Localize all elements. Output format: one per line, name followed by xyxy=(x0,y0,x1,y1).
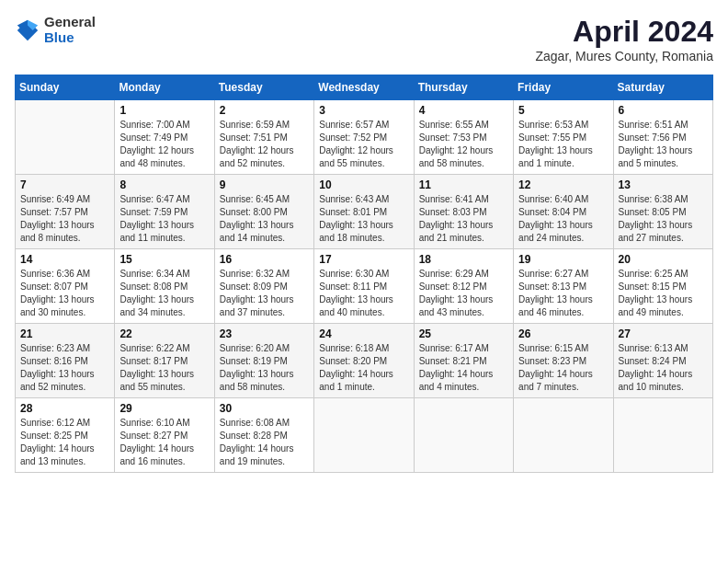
calendar-cell: 1Sunrise: 7:00 AM Sunset: 7:49 PM Daylig… xyxy=(115,100,214,175)
calendar-table: Sunday Monday Tuesday Wednesday Thursday… xyxy=(15,75,713,473)
day-number: 23 xyxy=(220,327,309,340)
header-wednesday: Wednesday xyxy=(314,75,414,100)
calendar-cell: 10Sunrise: 6:43 AM Sunset: 8:01 PM Dayli… xyxy=(314,175,414,249)
header-thursday: Thursday xyxy=(414,75,513,100)
calendar-cell xyxy=(314,398,414,473)
calendar-week-row: 1Sunrise: 7:00 AM Sunset: 7:49 PM Daylig… xyxy=(16,100,713,175)
calendar-week-row: 7Sunrise: 6:49 AM Sunset: 7:57 PM Daylig… xyxy=(16,175,713,249)
calendar-cell: 23Sunrise: 6:20 AM Sunset: 8:19 PM Dayli… xyxy=(214,324,313,398)
day-info: Sunrise: 6:38 AM Sunset: 8:05 PM Dayligh… xyxy=(619,193,708,245)
day-number: 20 xyxy=(619,253,708,266)
header-saturday: Saturday xyxy=(613,75,712,100)
calendar-cell xyxy=(514,398,613,473)
calendar-cell: 17Sunrise: 6:30 AM Sunset: 8:11 PM Dayli… xyxy=(314,249,414,324)
calendar-cell: 2Sunrise: 6:59 AM Sunset: 7:51 PM Daylig… xyxy=(214,100,313,175)
day-info: Sunrise: 6:59 AM Sunset: 7:51 PM Dayligh… xyxy=(220,119,309,170)
day-info: Sunrise: 6:49 AM Sunset: 7:57 PM Dayligh… xyxy=(20,193,109,245)
day-number: 11 xyxy=(419,178,508,191)
calendar-cell: 20Sunrise: 6:25 AM Sunset: 8:15 PM Dayli… xyxy=(613,249,712,324)
day-info: Sunrise: 6:27 AM Sunset: 8:13 PM Dayligh… xyxy=(518,268,608,319)
calendar-cell: 25Sunrise: 6:17 AM Sunset: 8:21 PM Dayli… xyxy=(414,324,513,398)
calendar-cell xyxy=(16,100,115,175)
calendar-cell: 22Sunrise: 6:22 AM Sunset: 8:17 PM Dayli… xyxy=(115,324,214,398)
day-info: Sunrise: 6:55 AM Sunset: 7:53 PM Dayligh… xyxy=(419,119,508,170)
day-info: Sunrise: 6:40 AM Sunset: 8:04 PM Dayligh… xyxy=(518,193,608,245)
header-friday: Friday xyxy=(514,75,613,100)
calendar-cell: 14Sunrise: 6:36 AM Sunset: 8:07 PM Dayli… xyxy=(16,249,115,324)
calendar-cell: 13Sunrise: 6:38 AM Sunset: 8:05 PM Dayli… xyxy=(613,175,712,249)
day-info: Sunrise: 6:23 AM Sunset: 8:16 PM Dayligh… xyxy=(20,342,109,394)
calendar-cell: 8Sunrise: 6:47 AM Sunset: 7:59 PM Daylig… xyxy=(115,175,214,249)
day-info: Sunrise: 6:10 AM Sunset: 8:27 PM Dayligh… xyxy=(119,417,209,468)
day-number: 22 xyxy=(119,327,209,340)
logo-blue: Blue xyxy=(44,30,96,46)
day-number: 9 xyxy=(220,178,309,191)
day-number: 1 xyxy=(119,104,209,117)
calendar-cell: 9Sunrise: 6:45 AM Sunset: 8:00 PM Daylig… xyxy=(214,175,313,249)
day-number: 10 xyxy=(319,178,408,191)
calendar-header-row: Sunday Monday Tuesday Wednesday Thursday… xyxy=(16,75,713,100)
calendar-cell: 19Sunrise: 6:27 AM Sunset: 8:13 PM Dayli… xyxy=(514,249,613,324)
day-info: Sunrise: 6:20 AM Sunset: 8:19 PM Dayligh… xyxy=(220,342,309,394)
day-number: 2 xyxy=(220,104,309,117)
logo-text: General Blue xyxy=(44,15,96,45)
day-number: 4 xyxy=(419,104,508,117)
calendar-cell: 6Sunrise: 6:51 AM Sunset: 7:56 PM Daylig… xyxy=(613,100,712,175)
calendar-cell: 7Sunrise: 6:49 AM Sunset: 7:57 PM Daylig… xyxy=(16,175,115,249)
day-info: Sunrise: 6:29 AM Sunset: 8:12 PM Dayligh… xyxy=(419,268,508,319)
day-info: Sunrise: 6:13 AM Sunset: 8:24 PM Dayligh… xyxy=(619,342,708,394)
day-info: Sunrise: 6:34 AM Sunset: 8:08 PM Dayligh… xyxy=(119,268,209,319)
calendar-cell: 4Sunrise: 6:55 AM Sunset: 7:53 PM Daylig… xyxy=(414,100,513,175)
calendar-cell: 26Sunrise: 6:15 AM Sunset: 8:23 PM Dayli… xyxy=(514,324,613,398)
day-info: Sunrise: 7:00 AM Sunset: 7:49 PM Dayligh… xyxy=(119,119,209,170)
day-number: 15 xyxy=(119,253,209,266)
day-number: 24 xyxy=(319,327,408,340)
day-number: 30 xyxy=(220,402,309,415)
day-info: Sunrise: 6:18 AM Sunset: 8:20 PM Dayligh… xyxy=(319,342,408,394)
day-info: Sunrise: 6:53 AM Sunset: 7:55 PM Dayligh… xyxy=(518,119,608,170)
day-number: 27 xyxy=(619,327,708,340)
day-info: Sunrise: 6:30 AM Sunset: 8:11 PM Dayligh… xyxy=(319,268,408,319)
calendar-cell xyxy=(613,398,712,473)
day-number: 16 xyxy=(220,253,309,266)
day-info: Sunrise: 6:47 AM Sunset: 7:59 PM Dayligh… xyxy=(119,193,209,245)
day-info: Sunrise: 6:41 AM Sunset: 8:03 PM Dayligh… xyxy=(419,193,508,245)
logo: General Blue xyxy=(15,15,96,45)
day-number: 14 xyxy=(20,253,109,266)
day-number: 6 xyxy=(619,104,708,117)
day-number: 17 xyxy=(319,253,408,266)
day-number: 7 xyxy=(20,178,109,191)
day-number: 5 xyxy=(518,104,608,117)
header-monday: Monday xyxy=(115,75,214,100)
calendar-cell: 18Sunrise: 6:29 AM Sunset: 8:12 PM Dayli… xyxy=(414,249,513,324)
calendar-cell: 27Sunrise: 6:13 AM Sunset: 8:24 PM Dayli… xyxy=(613,324,712,398)
day-info: Sunrise: 6:15 AM Sunset: 8:23 PM Dayligh… xyxy=(518,342,608,394)
page-header: General Blue April 2024 Zagar, Mures Cou… xyxy=(15,15,713,63)
calendar-cell: 21Sunrise: 6:23 AM Sunset: 8:16 PM Dayli… xyxy=(16,324,115,398)
calendar-cell: 12Sunrise: 6:40 AM Sunset: 8:04 PM Dayli… xyxy=(514,175,613,249)
calendar-cell: 28Sunrise: 6:12 AM Sunset: 8:25 PM Dayli… xyxy=(16,398,115,473)
day-info: Sunrise: 6:51 AM Sunset: 7:56 PM Dayligh… xyxy=(619,119,708,170)
day-number: 28 xyxy=(20,402,109,415)
calendar-cell: 3Sunrise: 6:57 AM Sunset: 7:52 PM Daylig… xyxy=(314,100,414,175)
day-number: 25 xyxy=(419,327,508,340)
day-info: Sunrise: 6:36 AM Sunset: 8:07 PM Dayligh… xyxy=(20,268,109,319)
day-info: Sunrise: 6:57 AM Sunset: 7:52 PM Dayligh… xyxy=(319,119,408,170)
day-number: 13 xyxy=(619,178,708,191)
day-number: 12 xyxy=(518,178,608,191)
day-info: Sunrise: 6:17 AM Sunset: 8:21 PM Dayligh… xyxy=(419,342,508,394)
month-title: April 2024 xyxy=(536,15,714,49)
day-info: Sunrise: 6:45 AM Sunset: 8:00 PM Dayligh… xyxy=(220,193,309,245)
day-info: Sunrise: 6:12 AM Sunset: 8:25 PM Dayligh… xyxy=(20,417,109,468)
calendar-cell: 29Sunrise: 6:10 AM Sunset: 8:27 PM Dayli… xyxy=(115,398,214,473)
day-info: Sunrise: 6:22 AM Sunset: 8:17 PM Dayligh… xyxy=(119,342,209,394)
day-number: 18 xyxy=(419,253,508,266)
calendar-cell: 5Sunrise: 6:53 AM Sunset: 7:55 PM Daylig… xyxy=(514,100,613,175)
calendar-cell xyxy=(414,398,513,473)
day-number: 3 xyxy=(319,104,408,117)
logo-general: General xyxy=(44,15,96,30)
day-info: Sunrise: 6:25 AM Sunset: 8:15 PM Dayligh… xyxy=(619,268,708,319)
day-number: 29 xyxy=(119,402,209,415)
calendar-week-row: 21Sunrise: 6:23 AM Sunset: 8:16 PM Dayli… xyxy=(16,324,713,398)
logo-icon xyxy=(15,17,40,43)
